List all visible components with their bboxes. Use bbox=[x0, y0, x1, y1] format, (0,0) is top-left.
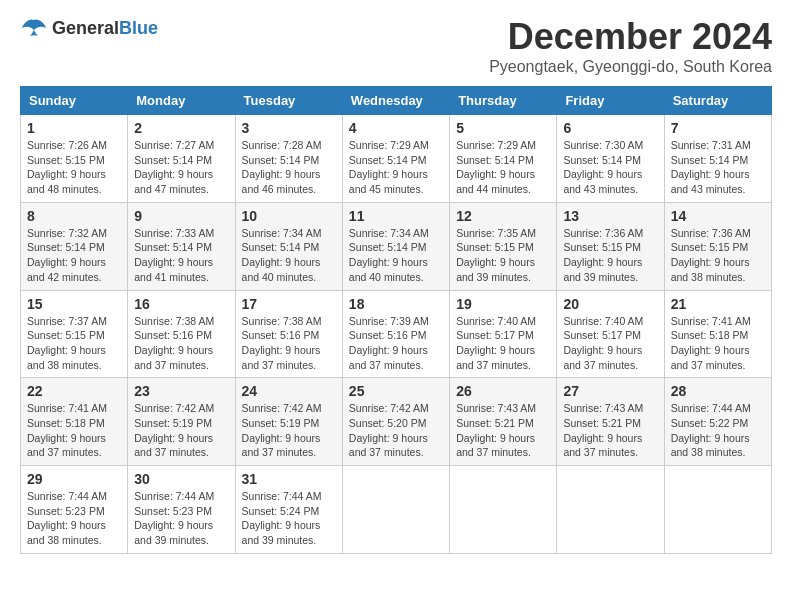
calendar-cell: 18Sunrise: 7:39 AMSunset: 5:16 PMDayligh… bbox=[342, 290, 449, 378]
calendar-cell: 11Sunrise: 7:34 AMSunset: 5:14 PMDayligh… bbox=[342, 202, 449, 290]
day-number: 19 bbox=[456, 296, 550, 312]
calendar-cell: 24Sunrise: 7:42 AMSunset: 5:19 PMDayligh… bbox=[235, 378, 342, 466]
day-of-week-header: Friday bbox=[557, 87, 664, 115]
calendar-cell: 2Sunrise: 7:27 AMSunset: 5:14 PMDaylight… bbox=[128, 115, 235, 203]
day-info: Sunrise: 7:39 AMSunset: 5:16 PMDaylight:… bbox=[349, 314, 443, 373]
day-info: Sunrise: 7:44 AMSunset: 5:23 PMDaylight:… bbox=[134, 489, 228, 548]
day-number: 4 bbox=[349, 120, 443, 136]
day-number: 13 bbox=[563, 208, 657, 224]
calendar-cell: 25Sunrise: 7:42 AMSunset: 5:20 PMDayligh… bbox=[342, 378, 449, 466]
calendar-cell: 8Sunrise: 7:32 AMSunset: 5:14 PMDaylight… bbox=[21, 202, 128, 290]
day-info: Sunrise: 7:34 AMSunset: 5:14 PMDaylight:… bbox=[349, 226, 443, 285]
calendar-cell: 9Sunrise: 7:33 AMSunset: 5:14 PMDaylight… bbox=[128, 202, 235, 290]
calendar-cell: 29Sunrise: 7:44 AMSunset: 5:23 PMDayligh… bbox=[21, 466, 128, 554]
day-info: Sunrise: 7:26 AMSunset: 5:15 PMDaylight:… bbox=[27, 138, 121, 197]
day-number: 23 bbox=[134, 383, 228, 399]
calendar-week-row: 22Sunrise: 7:41 AMSunset: 5:18 PMDayligh… bbox=[21, 378, 772, 466]
day-info: Sunrise: 7:34 AMSunset: 5:14 PMDaylight:… bbox=[242, 226, 336, 285]
day-number: 1 bbox=[27, 120, 121, 136]
day-info: Sunrise: 7:42 AMSunset: 5:19 PMDaylight:… bbox=[242, 401, 336, 460]
day-info: Sunrise: 7:29 AMSunset: 5:14 PMDaylight:… bbox=[456, 138, 550, 197]
calendar-cell: 4Sunrise: 7:29 AMSunset: 5:14 PMDaylight… bbox=[342, 115, 449, 203]
calendar-cell: 16Sunrise: 7:38 AMSunset: 5:16 PMDayligh… bbox=[128, 290, 235, 378]
day-info: Sunrise: 7:44 AMSunset: 5:22 PMDaylight:… bbox=[671, 401, 765, 460]
day-number: 3 bbox=[242, 120, 336, 136]
calendar-cell bbox=[450, 466, 557, 554]
calendar-cell: 31Sunrise: 7:44 AMSunset: 5:24 PMDayligh… bbox=[235, 466, 342, 554]
day-number: 5 bbox=[456, 120, 550, 136]
calendar-cell: 21Sunrise: 7:41 AMSunset: 5:18 PMDayligh… bbox=[664, 290, 771, 378]
calendar-cell: 3Sunrise: 7:28 AMSunset: 5:14 PMDaylight… bbox=[235, 115, 342, 203]
calendar-cell: 22Sunrise: 7:41 AMSunset: 5:18 PMDayligh… bbox=[21, 378, 128, 466]
calendar-cell: 7Sunrise: 7:31 AMSunset: 5:14 PMDaylight… bbox=[664, 115, 771, 203]
day-number: 2 bbox=[134, 120, 228, 136]
day-info: Sunrise: 7:36 AMSunset: 5:15 PMDaylight:… bbox=[671, 226, 765, 285]
calendar-cell: 26Sunrise: 7:43 AMSunset: 5:21 PMDayligh… bbox=[450, 378, 557, 466]
day-of-week-header: Wednesday bbox=[342, 87, 449, 115]
calendar-cell: 10Sunrise: 7:34 AMSunset: 5:14 PMDayligh… bbox=[235, 202, 342, 290]
day-number: 15 bbox=[27, 296, 121, 312]
day-number: 16 bbox=[134, 296, 228, 312]
day-of-week-header: Sunday bbox=[21, 87, 128, 115]
day-info: Sunrise: 7:38 AMSunset: 5:16 PMDaylight:… bbox=[242, 314, 336, 373]
calendar-cell bbox=[557, 466, 664, 554]
calendar-cell bbox=[664, 466, 771, 554]
header-row: SundayMondayTuesdayWednesdayThursdayFrid… bbox=[21, 87, 772, 115]
day-info: Sunrise: 7:38 AMSunset: 5:16 PMDaylight:… bbox=[134, 314, 228, 373]
day-number: 21 bbox=[671, 296, 765, 312]
day-info: Sunrise: 7:44 AMSunset: 5:23 PMDaylight:… bbox=[27, 489, 121, 548]
calendar-cell: 5Sunrise: 7:29 AMSunset: 5:14 PMDaylight… bbox=[450, 115, 557, 203]
day-info: Sunrise: 7:33 AMSunset: 5:14 PMDaylight:… bbox=[134, 226, 228, 285]
calendar-header: SundayMondayTuesdayWednesdayThursdayFrid… bbox=[21, 87, 772, 115]
title-area: December 2024 Pyeongtaek, Gyeonggi-do, S… bbox=[489, 16, 772, 76]
calendar-cell bbox=[342, 466, 449, 554]
logo-general: General bbox=[52, 18, 119, 38]
day-of-week-header: Monday bbox=[128, 87, 235, 115]
day-number: 29 bbox=[27, 471, 121, 487]
logo-bird-icon bbox=[20, 16, 48, 40]
day-info: Sunrise: 7:42 AMSunset: 5:19 PMDaylight:… bbox=[134, 401, 228, 460]
day-number: 10 bbox=[242, 208, 336, 224]
logo-blue: Blue bbox=[119, 18, 158, 38]
day-number: 9 bbox=[134, 208, 228, 224]
day-info: Sunrise: 7:42 AMSunset: 5:20 PMDaylight:… bbox=[349, 401, 443, 460]
calendar-week-row: 8Sunrise: 7:32 AMSunset: 5:14 PMDaylight… bbox=[21, 202, 772, 290]
month-title: December 2024 bbox=[489, 16, 772, 58]
day-info: Sunrise: 7:32 AMSunset: 5:14 PMDaylight:… bbox=[27, 226, 121, 285]
calendar-cell: 23Sunrise: 7:42 AMSunset: 5:19 PMDayligh… bbox=[128, 378, 235, 466]
day-number: 31 bbox=[242, 471, 336, 487]
calendar-cell: 13Sunrise: 7:36 AMSunset: 5:15 PMDayligh… bbox=[557, 202, 664, 290]
logo-text: GeneralBlue bbox=[52, 18, 158, 39]
day-info: Sunrise: 7:37 AMSunset: 5:15 PMDaylight:… bbox=[27, 314, 121, 373]
header: GeneralBlue December 2024 Pyeongtaek, Gy… bbox=[20, 16, 772, 76]
calendar-cell: 30Sunrise: 7:44 AMSunset: 5:23 PMDayligh… bbox=[128, 466, 235, 554]
day-of-week-header: Tuesday bbox=[235, 87, 342, 115]
day-info: Sunrise: 7:44 AMSunset: 5:24 PMDaylight:… bbox=[242, 489, 336, 548]
day-of-week-header: Thursday bbox=[450, 87, 557, 115]
day-number: 24 bbox=[242, 383, 336, 399]
day-info: Sunrise: 7:40 AMSunset: 5:17 PMDaylight:… bbox=[563, 314, 657, 373]
day-info: Sunrise: 7:27 AMSunset: 5:14 PMDaylight:… bbox=[134, 138, 228, 197]
day-info: Sunrise: 7:41 AMSunset: 5:18 PMDaylight:… bbox=[27, 401, 121, 460]
day-number: 7 bbox=[671, 120, 765, 136]
calendar-body: 1Sunrise: 7:26 AMSunset: 5:15 PMDaylight… bbox=[21, 115, 772, 554]
day-info: Sunrise: 7:35 AMSunset: 5:15 PMDaylight:… bbox=[456, 226, 550, 285]
day-info: Sunrise: 7:40 AMSunset: 5:17 PMDaylight:… bbox=[456, 314, 550, 373]
day-info: Sunrise: 7:43 AMSunset: 5:21 PMDaylight:… bbox=[456, 401, 550, 460]
calendar-cell: 28Sunrise: 7:44 AMSunset: 5:22 PMDayligh… bbox=[664, 378, 771, 466]
day-number: 22 bbox=[27, 383, 121, 399]
day-number: 17 bbox=[242, 296, 336, 312]
day-number: 27 bbox=[563, 383, 657, 399]
calendar-week-row: 1Sunrise: 7:26 AMSunset: 5:15 PMDaylight… bbox=[21, 115, 772, 203]
day-number: 8 bbox=[27, 208, 121, 224]
logo: GeneralBlue bbox=[20, 16, 158, 40]
day-info: Sunrise: 7:31 AMSunset: 5:14 PMDaylight:… bbox=[671, 138, 765, 197]
location-title: Pyeongtaek, Gyeonggi-do, South Korea bbox=[489, 58, 772, 76]
calendar-cell: 15Sunrise: 7:37 AMSunset: 5:15 PMDayligh… bbox=[21, 290, 128, 378]
calendar-cell: 27Sunrise: 7:43 AMSunset: 5:21 PMDayligh… bbox=[557, 378, 664, 466]
day-number: 11 bbox=[349, 208, 443, 224]
calendar-week-row: 29Sunrise: 7:44 AMSunset: 5:23 PMDayligh… bbox=[21, 466, 772, 554]
day-info: Sunrise: 7:36 AMSunset: 5:15 PMDaylight:… bbox=[563, 226, 657, 285]
day-number: 28 bbox=[671, 383, 765, 399]
calendar-cell: 14Sunrise: 7:36 AMSunset: 5:15 PMDayligh… bbox=[664, 202, 771, 290]
